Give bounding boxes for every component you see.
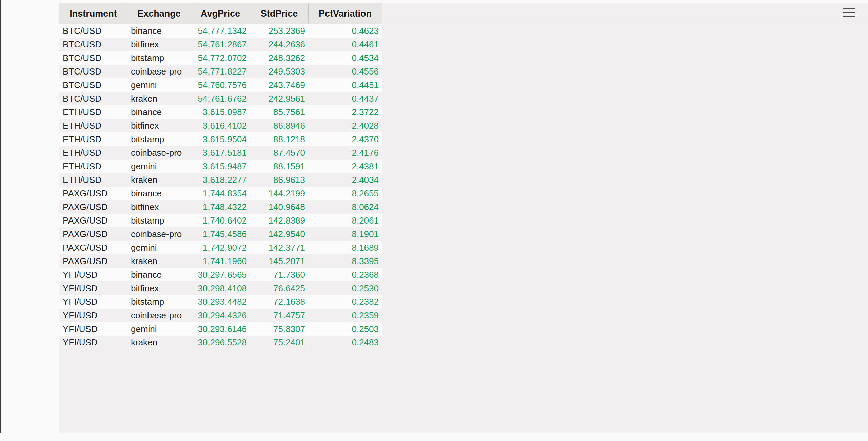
- cell-exchange: gemini: [127, 160, 191, 173]
- table-row: ETH/USDgemini3,615.948788.15912.4381: [59, 160, 382, 173]
- cell-pctvariation: 0.2503: [309, 322, 382, 336]
- cell-instrument: YFI/USD: [59, 309, 127, 322]
- cell-pctvariation: 2.4034: [309, 173, 382, 187]
- cell-pctvariation: 8.2061: [309, 214, 382, 227]
- table-row: BTC/USDbitfinex54,761.2867244.26360.4461: [59, 38, 382, 51]
- cell-pctvariation: 0.2382: [309, 295, 382, 309]
- cell-exchange: bitstamp: [127, 132, 191, 146]
- menu-button[interactable]: [843, 8, 855, 17]
- table-row: ETH/USDkraken3,618.227786.96132.4034: [59, 173, 382, 187]
- cell-avgprice: 54,760.7576: [191, 78, 250, 92]
- table-row: YFI/USDcoinbase-pro30,294.432671.47570.2…: [59, 309, 382, 322]
- cell-avgprice: 3,615.0987: [191, 105, 250, 119]
- cell-stdprice: 86.9613: [250, 173, 309, 187]
- cell-exchange: binance: [127, 24, 191, 38]
- table-row: PAXG/USDcoinbase-pro1,745.4586142.95408.…: [59, 227, 382, 241]
- table-row: BTC/USDcoinbase-pro54,771.8227249.53030.…: [59, 65, 382, 78]
- cell-instrument: YFI/USD: [59, 281, 127, 295]
- cell-pctvariation: 2.4381: [309, 160, 382, 173]
- cell-avgprice: 30,296.5528: [191, 336, 250, 349]
- cell-avgprice: 54,777.1342: [191, 24, 250, 38]
- cell-pctvariation: 2.4028: [309, 119, 382, 132]
- cell-instrument: BTC/USD: [59, 38, 127, 51]
- cell-exchange: gemini: [127, 241, 191, 254]
- table-row: ETH/USDcoinbase-pro3,617.518187.45702.41…: [59, 146, 382, 160]
- cell-instrument: YFI/USD: [59, 322, 127, 336]
- cell-avgprice: 30,297.6565: [191, 268, 250, 281]
- cell-instrument: BTC/USD: [59, 65, 127, 78]
- cell-pctvariation: 0.4451: [309, 78, 382, 92]
- cell-pctvariation: 2.4176: [309, 146, 382, 160]
- cell-exchange: coinbase-pro: [127, 65, 191, 78]
- cell-instrument: BTC/USD: [59, 24, 127, 38]
- cell-instrument: YFI/USD: [59, 336, 127, 349]
- cell-pctvariation: 0.2368: [309, 268, 382, 281]
- cell-avgprice: 1,748.4322: [191, 200, 250, 214]
- table-row: BTC/USDgemini54,760.7576243.74690.4451: [59, 78, 382, 92]
- cell-exchange: bitfinex: [127, 281, 191, 295]
- cell-stdprice: 242.9561: [250, 92, 309, 105]
- cell-instrument: BTC/USD: [59, 92, 127, 105]
- cell-avgprice: 1,742.9072: [191, 241, 250, 254]
- table-row: YFI/USDbitstamp30,293.448272.16380.2382: [59, 295, 382, 309]
- cell-exchange: kraken: [127, 173, 191, 187]
- cell-exchange: gemini: [127, 78, 191, 92]
- cell-stdprice: 142.3771: [250, 241, 309, 254]
- cell-stdprice: 76.6425: [250, 281, 309, 295]
- cell-pctvariation: 0.4461: [309, 38, 382, 51]
- cell-avgprice: 3,615.9487: [191, 160, 250, 173]
- cell-stdprice: 88.1218: [250, 132, 309, 146]
- cell-exchange: bitfinex: [127, 38, 191, 51]
- cell-avgprice: 30,298.4108: [191, 281, 250, 295]
- cell-exchange: bitfinex: [127, 119, 191, 132]
- cell-avgprice: 54,761.6762: [191, 92, 250, 105]
- cell-pctvariation: 0.4534: [309, 51, 382, 65]
- table-row: PAXG/USDbinance1,744.8354144.21998.2655: [59, 187, 382, 200]
- cell-pctvariation: 8.2655: [309, 187, 382, 200]
- cell-avgprice: 54,771.8227: [191, 65, 250, 78]
- table-row: YFI/USDkraken30,296.552875.24010.2483: [59, 336, 382, 349]
- cell-stdprice: 244.2636: [250, 38, 309, 51]
- cell-pctvariation: 0.4437: [309, 92, 382, 105]
- cell-avgprice: 3,617.5181: [191, 146, 250, 160]
- cell-avgprice: 30,293.4482: [191, 295, 250, 309]
- cell-instrument: YFI/USD: [59, 295, 127, 309]
- column-header-instrument: Instrument: [59, 3, 127, 24]
- cell-stdprice: 142.9540: [250, 227, 309, 241]
- cell-instrument: ETH/USD: [59, 160, 127, 173]
- cell-stdprice: 253.2369: [250, 24, 309, 38]
- cell-avgprice: 3,615.9504: [191, 132, 250, 146]
- cell-avgprice: 1,741.1960: [191, 254, 250, 268]
- table-row: YFI/USDbinance30,297.656571.73600.2368: [59, 268, 382, 281]
- cell-stdprice: 248.3262: [250, 51, 309, 65]
- cell-instrument: PAXG/USD: [59, 214, 127, 227]
- cell-exchange: bitstamp: [127, 214, 191, 227]
- cell-exchange: kraken: [127, 336, 191, 349]
- cell-exchange: binance: [127, 105, 191, 119]
- cell-avgprice: 3,616.4102: [191, 119, 250, 132]
- cell-stdprice: 249.5303: [250, 65, 309, 78]
- cell-pctvariation: 8.1901: [309, 227, 382, 241]
- cell-exchange: binance: [127, 268, 191, 281]
- cell-stdprice: 243.7469: [250, 78, 309, 92]
- cell-stdprice: 142.8389: [250, 214, 309, 227]
- cell-stdprice: 88.1591: [250, 160, 309, 173]
- cell-instrument: ETH/USD: [59, 119, 127, 132]
- cell-instrument: ETH/USD: [59, 173, 127, 187]
- cell-avgprice: 3,618.2277: [191, 173, 250, 187]
- table-row: PAXG/USDbitfinex1,748.4322140.96488.0624: [59, 200, 382, 214]
- cell-exchange: coinbase-pro: [127, 227, 191, 241]
- cell-pctvariation: 0.4556: [309, 65, 382, 78]
- cell-stdprice: 85.7561: [250, 105, 309, 119]
- cell-exchange: kraken: [127, 254, 191, 268]
- cell-pctvariation: 2.3722: [309, 105, 382, 119]
- cell-pctvariation: 8.3395: [309, 254, 382, 268]
- cell-instrument: ETH/USD: [59, 105, 127, 119]
- cell-avgprice: 1,744.8354: [191, 187, 250, 200]
- cell-pctvariation: 0.2530: [309, 281, 382, 295]
- cell-instrument: ETH/USD: [59, 146, 127, 160]
- cell-exchange: binance: [127, 187, 191, 200]
- column-header-exchange: Exchange: [127, 3, 191, 24]
- cell-avgprice: 30,293.6146: [191, 322, 250, 336]
- cell-stdprice: 87.4570: [250, 146, 309, 160]
